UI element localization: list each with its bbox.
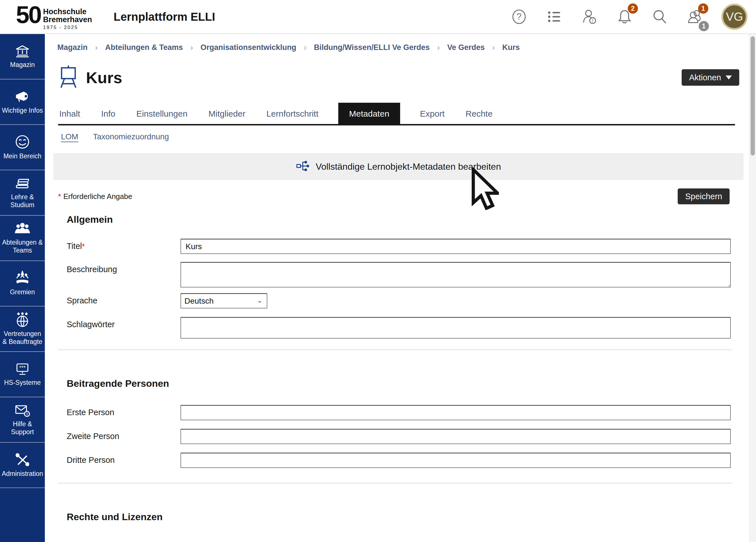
app-header: 50 Hochschule Bremerhaven 1975 - 2025 Le…	[0, 0, 756, 34]
tab-export[interactable]: Export	[419, 109, 446, 119]
svg-text:!: !	[592, 18, 593, 24]
university-logo: 50 Hochschule Bremerhaven 1975 - 2025	[16, 3, 92, 31]
sprache-select[interactable]: Deutsch ⌄	[180, 293, 267, 308]
svg-text:***: ***	[19, 365, 26, 371]
schlagwoerter-input[interactable]	[180, 317, 731, 339]
sidebar-item-label: Abteilungen & Teams	[0, 239, 45, 254]
chevron-right-icon: ›	[437, 43, 440, 52]
sidebar-filler	[0, 488, 45, 542]
sidebar-item-hs-systeme[interactable]: *** HS-Systeme	[0, 352, 45, 397]
sidebar-item-gremien[interactable]: Gremien	[0, 261, 45, 306]
page-title-row: Kurs Aktionen	[58, 65, 739, 90]
logo-years: 1975 - 2025	[43, 25, 92, 30]
field-label-zweite-person: Zweite Person	[67, 429, 180, 441]
contacts-icon[interactable]: 1 1	[686, 8, 704, 26]
subtab-taxonomiezuordnung[interactable]: Taxonomiezuordnung	[93, 132, 169, 141]
sidebar-item-label: HS-Systeme	[3, 379, 42, 387]
todo-list-icon[interactable]	[545, 8, 563, 26]
sidebar-item-mein-bereich[interactable]: Mein Bereich	[0, 125, 45, 170]
scrollbar-thumb[interactable]	[751, 36, 755, 156]
field-label-dritte-person: Dritte Person	[67, 453, 180, 465]
sidebar-item-wichtige-infos[interactable]: Wichtige Infos	[0, 79, 45, 125]
tab-inhalt[interactable]: Inhalt	[58, 109, 81, 119]
committee-icon	[14, 271, 31, 285]
chevron-down-icon: ⌄	[257, 298, 263, 304]
zweite-person-input[interactable]	[180, 429, 731, 444]
notifications-bell-icon[interactable]: 2	[616, 8, 633, 26]
form-row-schlagwoerter: Schlagwörter	[45, 317, 749, 339]
beschreibung-textarea[interactable]	[180, 262, 731, 287]
chevron-right-icon: ›	[190, 43, 193, 52]
form-row-erste-person: Erste Person	[45, 405, 749, 420]
megaphone-icon	[14, 89, 30, 104]
sprache-selected-value: Deutsch	[184, 297, 214, 306]
tab-bar: Inhalt Info Einstellungen Mitglieder Ler…	[58, 103, 735, 125]
breadcrumb-item[interactable]: Abteilungen & Teams	[105, 43, 183, 52]
main-sidebar: Magazin Wichtige Infos Mein	[0, 34, 45, 542]
required-asterisk: *	[82, 242, 85, 251]
breadcrumb-item[interactable]: Kurs	[502, 43, 520, 52]
chevron-down-icon	[726, 75, 732, 79]
dritte-person-input[interactable]	[180, 453, 731, 468]
sidebar-item-administration[interactable]: Administration	[0, 443, 45, 488]
logo-name-line2: Bremerhaven	[43, 16, 92, 24]
tab-metadaten[interactable]: Metadaten	[338, 103, 400, 125]
required-note: Erforderliche Angabe	[63, 192, 132, 201]
section-divider	[58, 349, 732, 350]
required-asterisk: *	[58, 192, 61, 201]
breadcrumb-item[interactable]: Bildung/Wissen/ELLI Ve Gerdes	[314, 43, 430, 52]
field-label-sprache: Sprache	[67, 293, 180, 305]
sidebar-item-abteilungen-teams[interactable]: Abteilungen & Teams	[0, 216, 45, 261]
field-label-beschreibung: Beschreibung	[67, 262, 180, 274]
bell-badge: 2	[628, 3, 638, 14]
breadcrumb-item[interactable]: Magazin	[57, 43, 88, 52]
form-row-beschreibung: Beschreibung	[45, 262, 749, 289]
logo-name-line1: Hochschule	[43, 8, 92, 16]
sidebar-item-label: Administration	[1, 470, 44, 478]
svg-text:?: ?	[26, 412, 28, 417]
sidebar-item-lehre-studium[interactable]: Lehre & Studium	[0, 170, 45, 216]
help-icon[interactable]: ?	[510, 8, 528, 26]
sidebar-item-magazin[interactable]: Magazin	[0, 34, 45, 79]
section-heading-rechte: Rechte und Lizenzen	[67, 511, 749, 522]
breadcrumb: Magazin › Abteilungen & Teams › Organisa…	[57, 43, 738, 52]
tab-info[interactable]: Info	[100, 109, 116, 119]
field-label-titel: Titel*	[67, 239, 180, 251]
section-divider	[58, 483, 732, 484]
tab-mitglieder[interactable]: Mitglieder	[207, 109, 247, 119]
edit-full-metadata-banner[interactable]: Vollständige Lernobjekt-Metadaten bearbe…	[53, 153, 744, 180]
contacts-badge-bottom: 1	[699, 21, 709, 31]
banner-label: Vollständige Lernobjekt-Metadaten bearbe…	[316, 161, 501, 172]
breadcrumb-item[interactable]: Organisationsentwicklung	[201, 43, 297, 52]
books-icon	[14, 176, 30, 190]
form-row-dritte-person: Dritte Person	[45, 453, 749, 468]
erste-person-input[interactable]	[180, 405, 731, 420]
user-avatar[interactable]: VG	[721, 4, 747, 30]
sidebar-item-label: Magazin	[9, 61, 36, 69]
search-icon[interactable]	[651, 8, 669, 26]
mail-question-icon: ?	[14, 403, 31, 417]
breadcrumb-item[interactable]: Ve Gerdes	[447, 43, 485, 52]
titel-input[interactable]	[180, 239, 731, 254]
section-heading-personen: Beitragende Personen	[67, 378, 749, 389]
save-button[interactable]: Speichern	[678, 188, 730, 204]
contacts-badge-top: 1	[698, 3, 708, 14]
field-label-erste-person: Erste Person	[67, 405, 180, 417]
sidebar-item-label: Hilfe & Support	[0, 420, 45, 436]
user-status-icon[interactable]: !	[581, 8, 598, 26]
sidebar-item-label: Gremien	[9, 288, 36, 296]
actions-button[interactable]: Aktionen	[682, 69, 739, 86]
vertical-scrollbar[interactable]	[749, 34, 756, 542]
sidebar-item-vertretungen[interactable]: Vertretungen & Beauftragte	[0, 306, 45, 352]
tab-einstellungen[interactable]: Einstellungen	[135, 109, 188, 119]
smiley-icon	[15, 134, 30, 150]
tab-lernfortschritt[interactable]: Lernfortschritt	[265, 109, 320, 119]
screen: 50 Hochschule Bremerhaven 1975 - 2025 Le…	[0, 0, 756, 542]
chevron-right-icon: ›	[492, 43, 495, 52]
tab-rechte[interactable]: Rechte	[465, 109, 494, 119]
sidebar-item-hilfe-support[interactable]: ? Hilfe & Support	[0, 397, 45, 443]
monitor-icon: ***	[14, 362, 30, 376]
subtab-lom[interactable]: LOM	[61, 132, 78, 141]
header-icon-bar: ? !	[510, 4, 747, 30]
form-row-zweite-person: Zweite Person	[45, 429, 749, 444]
